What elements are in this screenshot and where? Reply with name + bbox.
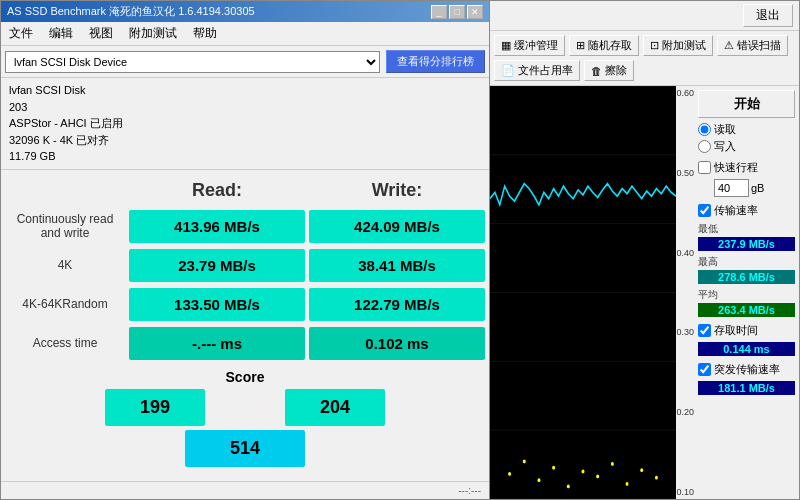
extra-test-button[interactable]: ⊡ 附加测试: [643, 35, 713, 56]
max-label: 最高: [698, 255, 795, 269]
min-stat: 最低 237.9 MB/s: [698, 222, 795, 251]
row2-write: 122.79 MB/s: [309, 288, 485, 321]
file-icon: 📄: [501, 64, 515, 77]
performance-chart: [490, 86, 676, 499]
right-toolbar: ▦ 缓冲管理 ⊞ 随机存取 ⊡ 附加测试 ⚠ 错误扫描 📄 文件占用率 🗑 擦除: [490, 31, 799, 86]
size-unit: gB: [751, 182, 764, 194]
status-text: ---:---: [458, 485, 481, 496]
access-time-checkbox[interactable]: [698, 324, 711, 337]
row0-label: Continuously read and write: [5, 210, 125, 242]
chart-area: [490, 86, 676, 499]
svg-point-13: [596, 475, 599, 479]
device-line1: lvfan SCSI Disk: [9, 82, 481, 99]
device-info: lvfan SCSI Disk 203 ASPStor - AHCI 已启用 3…: [1, 78, 489, 170]
menu-help[interactable]: 帮助: [189, 24, 221, 43]
device-line2: 203: [9, 99, 481, 116]
bench-header: Read: Write:: [5, 174, 485, 207]
access-stat: 0.144 ms: [698, 342, 795, 356]
extra-icon: ⊡: [650, 39, 659, 52]
burst-rate-label[interactable]: 突发传输速率: [698, 362, 795, 377]
svg-point-8: [523, 460, 526, 464]
random-icon: ⊞: [576, 39, 585, 52]
row1-read: 23.79 MB/s: [129, 249, 305, 282]
score-button[interactable]: 查看得分排行榜: [386, 50, 485, 73]
svg-point-14: [611, 462, 614, 466]
score-pair: 199 204: [105, 389, 385, 426]
svg-point-7: [508, 472, 511, 476]
benchmark-table: Read: Write: Continuously read and write…: [1, 170, 489, 482]
min-value: 237.9 MB/s: [698, 237, 795, 251]
transfer-rate-checkbox[interactable]: [698, 204, 711, 217]
menu-file[interactable]: 文件: [5, 24, 37, 43]
max-value: 278.6 MB/s: [698, 270, 795, 284]
menu-edit[interactable]: 编辑: [45, 24, 77, 43]
maximize-button[interactable]: □: [449, 5, 465, 19]
error-icon: ⚠: [724, 39, 734, 52]
fast-progress-label[interactable]: 快速行程: [698, 160, 795, 175]
score-total: 514: [185, 430, 305, 467]
menu-view[interactable]: 视图: [85, 24, 117, 43]
row2-label: 4K-64KRandom: [5, 295, 125, 313]
fast-progress-checkbox[interactable]: [698, 161, 711, 174]
rw-radio-group: 读取 写入: [698, 122, 795, 154]
random-access-button[interactable]: ⊞ 随机存取: [569, 35, 639, 56]
y-label-3: 0.40: [676, 248, 694, 258]
score-write: 204: [285, 389, 385, 426]
bottom-bar: ---:---: [1, 481, 489, 499]
erase-button[interactable]: 🗑 擦除: [584, 60, 634, 81]
close-button[interactable]: ✕: [467, 5, 483, 19]
svg-point-11: [567, 485, 570, 489]
start-button[interactable]: 开始: [698, 90, 795, 118]
benchmark-window: AS SSD Benchmark 淹死的鱼汉化 1.6.4194.30305 _…: [0, 0, 490, 500]
title-bar: AS SSD Benchmark 淹死的鱼汉化 1.6.4194.30305 _…: [1, 1, 489, 22]
access-value: 0.144 ms: [698, 342, 795, 356]
row1-write: 38.41 MB/s: [309, 249, 485, 282]
minimize-button[interactable]: _: [431, 5, 447, 19]
window-title: AS SSD Benchmark 淹死的鱼汉化 1.6.4194.30305: [7, 4, 255, 19]
access-time-label[interactable]: 存取时间: [698, 323, 795, 338]
y-label-2: 0.50: [676, 168, 694, 178]
burst-stat: 181.1 MB/s: [698, 381, 795, 395]
size-input[interactable]: [714, 179, 749, 197]
exit-button[interactable]: 退出: [743, 4, 793, 27]
max-stat: 最高 278.6 MB/s: [698, 255, 795, 284]
svg-point-12: [582, 470, 585, 474]
read-radio[interactable]: [698, 123, 711, 136]
read-radio-label[interactable]: 读取: [698, 122, 795, 137]
write-header: Write:: [309, 176, 485, 205]
svg-point-15: [626, 482, 629, 486]
y-axis: 0.60 0.50 0.40 0.30 0.20 0.10: [676, 86, 694, 499]
svg-point-10: [552, 466, 555, 470]
row2-read: 133.50 MB/s: [129, 288, 305, 321]
device-line3: ASPStor - AHCI 已启用: [9, 115, 481, 132]
buffer-mgmt-button[interactable]: ▦ 缓冲管理: [494, 35, 565, 56]
y-label-6: 0.10: [676, 487, 694, 497]
device-line4: 32096 K - 4K 已对齐: [9, 132, 481, 149]
device-select[interactable]: lvfan SCSI Disk Device: [5, 51, 380, 73]
avg-label: 平均: [698, 288, 795, 302]
row0-read: 413.96 MB/s: [129, 210, 305, 243]
burst-value: 181.1 MB/s: [698, 381, 795, 395]
toolbar: lvfan SCSI Disk Device 查看得分排行榜: [1, 46, 489, 78]
read-header: Read:: [129, 176, 305, 205]
table-row: Continuously read and write 413.96 MB/s …: [5, 207, 485, 246]
title-bar-buttons: _ □ ✕: [431, 5, 483, 19]
error-scan-button[interactable]: ⚠ 错误扫描: [717, 35, 788, 56]
write-radio-label[interactable]: 写入: [698, 139, 795, 154]
svg-point-9: [537, 478, 540, 482]
row1-label: 4K: [5, 256, 125, 274]
y-label-1: 0.60: [676, 88, 694, 98]
file-usage-button[interactable]: 📄 文件占用率: [494, 60, 580, 81]
row3-read: -.--- ms: [129, 327, 305, 360]
menu-extra[interactable]: 附加测试: [125, 24, 181, 43]
device-line5: 11.79 GB: [9, 148, 481, 165]
write-radio[interactable]: [698, 140, 711, 153]
score-section: Score 199 204 514: [5, 363, 485, 473]
row3-label: Access time: [5, 334, 125, 352]
transfer-rate-label[interactable]: 传输速率: [698, 203, 795, 218]
burst-rate-checkbox[interactable]: [698, 363, 711, 376]
row0-write: 424.09 MB/s: [309, 210, 485, 243]
svg-point-16: [640, 468, 643, 472]
table-row: 4K 23.79 MB/s 38.41 MB/s: [5, 246, 485, 285]
score-label: Score: [226, 369, 265, 385]
